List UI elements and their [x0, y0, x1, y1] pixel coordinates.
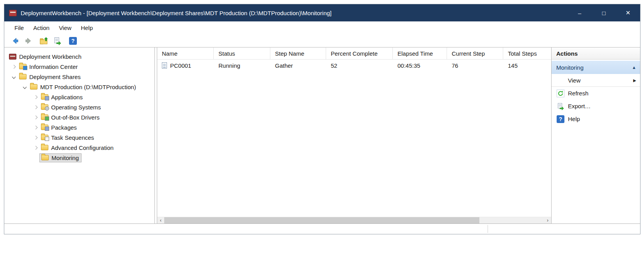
refresh-icon — [556, 89, 565, 98]
action-label: Help — [568, 116, 580, 122]
list-header: Name Status Step Name Percent Complete E… — [157, 47, 551, 60]
collapse-group-icon[interactable]: ▲ — [632, 65, 636, 70]
horizontal-scrollbar[interactable]: ‹ › — [157, 217, 551, 223]
tree-item-task-sequences[interactable]: Task Sequences — [4, 132, 154, 142]
actions-pane: Actions Monitoring ▲ View ▶ — [551, 47, 640, 223]
help-icon[interactable]: ? — [68, 36, 78, 46]
cell-step-name: Gather — [270, 62, 326, 69]
actions-group-monitoring[interactable]: Monitoring ▲ — [552, 61, 640, 74]
cell-status: Running — [214, 62, 270, 69]
folder-icon — [30, 84, 37, 90]
main-area: Deployment Workbench Information Center … — [4, 47, 640, 223]
tree-label: Packages — [51, 124, 77, 131]
tree-label: Information Center — [29, 63, 78, 70]
column-header-elapsed-time[interactable]: Elapsed Time — [393, 47, 447, 59]
tree-item-monitoring[interactable]: Monitoring — [4, 153, 154, 163]
column-header-status[interactable]: Status — [214, 47, 270, 59]
tree-item-applications[interactable]: Applications — [4, 92, 154, 102]
folder-os-icon — [41, 104, 48, 110]
mmc-app-icon — [9, 10, 17, 16]
computer-item-icon — [162, 62, 167, 69]
workbench-icon — [9, 54, 16, 60]
tree-label: Out-of-Box Drivers — [51, 114, 99, 121]
list-rows: PC0001 Running Gather 52 00:45:35 76 145 — [157, 60, 551, 217]
scroll-right-icon[interactable]: › — [544, 217, 551, 223]
status-bar — [4, 223, 640, 234]
tree-item-deployment-shares[interactable]: Deployment Shares — [4, 72, 154, 82]
actions-pane-title: Actions — [552, 47, 640, 60]
folder-drivers-icon — [41, 114, 48, 120]
action-label: View — [568, 77, 580, 84]
action-view[interactable]: View ▶ — [552, 74, 640, 87]
column-header-current-step[interactable]: Current Step — [447, 47, 503, 59]
help-icon: ? — [556, 115, 565, 123]
deployment-workbench-window: DeploymentWorkbench - [Deployment Workbe… — [4, 4, 640, 234]
tree-item-information-center[interactable]: Information Center — [4, 62, 154, 72]
action-refresh[interactable]: Refresh — [552, 87, 640, 100]
tree-item-packages[interactable]: Packages — [4, 122, 154, 132]
folder-tasks-icon — [41, 135, 48, 140]
tree-label: Advanced Configuration — [51, 144, 114, 151]
chevron-right-icon[interactable] — [32, 93, 39, 100]
back-icon[interactable] — [11, 36, 20, 46]
folder-icon — [41, 145, 48, 150]
forward-icon[interactable] — [24, 36, 33, 46]
menu-file[interactable]: File — [10, 21, 28, 34]
window-title: DeploymentWorkbench - [Deployment Workbe… — [21, 10, 332, 16]
tree-label: Task Sequences — [51, 134, 94, 141]
results-list-pane: Name Status Step Name Percent Complete E… — [157, 47, 551, 223]
scrollbar-track[interactable] — [479, 217, 544, 223]
menubar: File Action View Help — [4, 21, 640, 34]
action-help[interactable]: ? Help — [552, 113, 640, 125]
cell-elapsed-time: 00:45:35 — [393, 62, 447, 69]
cell-percent-complete: 52 — [326, 62, 393, 69]
scrollbar-thumb[interactable] — [164, 217, 479, 223]
column-header-percent-complete[interactable]: Percent Complete — [326, 47, 393, 59]
tree-label: Applications — [51, 94, 83, 100]
menu-view[interactable]: View — [54, 21, 76, 34]
submenu-arrow-icon: ▶ — [633, 78, 636, 83]
cell-current-step: 76 — [447, 62, 503, 69]
table-row-pc0001[interactable]: PC0001 Running Gather 52 00:45:35 76 145 — [157, 60, 551, 71]
actions-group-label: Monitoring — [556, 64, 584, 71]
maximize-button[interactable]: □ — [592, 4, 616, 21]
close-button[interactable]: ✕ — [616, 4, 640, 21]
action-export[interactable]: Export… — [552, 100, 640, 113]
column-header-name[interactable]: Name — [157, 47, 214, 59]
chevron-right-icon[interactable] — [11, 63, 18, 70]
chevron-right-icon[interactable] — [32, 124, 39, 131]
folder-monitoring-icon — [41, 155, 49, 160]
column-header-total-steps[interactable]: Total Steps — [503, 47, 546, 59]
tree-label: Operating Systems — [51, 104, 101, 111]
chevron-down-icon[interactable] — [21, 83, 28, 90]
tree-label: Deployment Workbench — [19, 53, 82, 60]
chevron-right-icon[interactable] — [32, 134, 39, 141]
chevron-right-icon[interactable] — [32, 144, 39, 151]
chevron-right-icon[interactable] — [32, 114, 39, 121]
console-tree-pane: Deployment Workbench Information Center … — [4, 47, 155, 223]
status-bar-divider — [488, 225, 488, 233]
tree-item-deployment-workbench[interactable]: Deployment Workbench — [4, 51, 154, 62]
menu-help[interactable]: Help — [76, 21, 98, 34]
minimize-button[interactable]: – — [568, 4, 592, 21]
scroll-left-icon[interactable]: ‹ — [157, 217, 164, 223]
window-controls: – □ ✕ — [568, 4, 640, 21]
tree-item-advanced-configuration[interactable]: Advanced Configuration — [4, 142, 154, 153]
action-label: Export… — [568, 103, 591, 109]
cell-total-steps: 145 — [503, 62, 546, 69]
menu-action[interactable]: Action — [28, 21, 54, 34]
cell-name: PC0001 — [157, 62, 214, 69]
up-folder-icon[interactable] — [39, 36, 49, 46]
export-list-icon[interactable] — [53, 36, 62, 46]
tree-item-operating-systems[interactable]: Operating Systems — [4, 102, 154, 112]
tree-item-out-of-box-drivers[interactable]: Out-of-Box Drivers — [4, 112, 154, 122]
chevron-down-icon[interactable] — [11, 73, 18, 80]
column-header-step-name[interactable]: Step Name — [270, 47, 326, 59]
tree-item-mdt-production[interactable]: MDT Production (D:\MDTProduction) — [4, 82, 154, 92]
tree-label: MDT Production (D:\MDTProduction) — [40, 84, 136, 90]
chevron-right-icon[interactable] — [32, 104, 39, 111]
folder-icon — [19, 74, 27, 79]
export-icon — [556, 102, 565, 111]
view-icon-placeholder — [556, 76, 565, 84]
tree-label: Monitoring — [51, 155, 79, 161]
